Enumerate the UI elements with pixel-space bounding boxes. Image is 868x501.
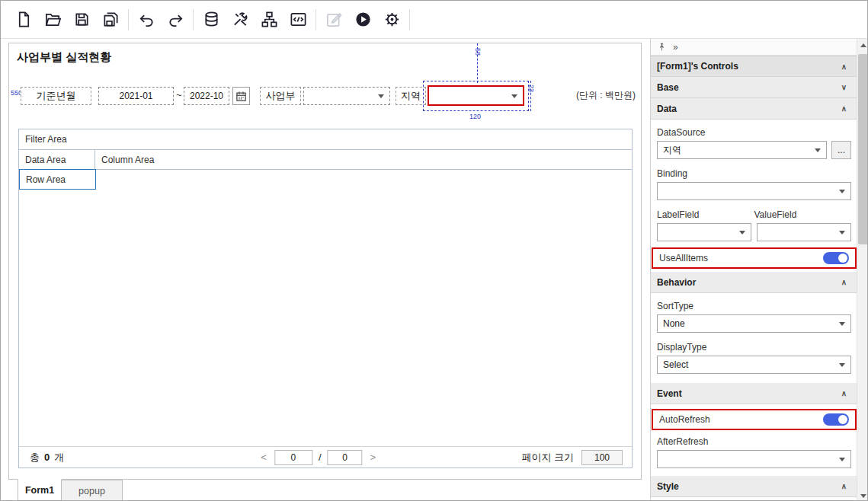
useallitems-label: UseAllItems	[659, 253, 708, 263]
displaytype-select[interactable]: Select	[657, 356, 851, 374]
page-size-group: 페이지 크기	[521, 450, 623, 465]
binding-select[interactable]	[657, 182, 851, 200]
code-button[interactable]	[283, 5, 312, 35]
scroll-up-icon	[860, 43, 866, 47]
chevron-down-icon	[839, 190, 845, 193]
form-title: 사업부별 실적현황	[17, 50, 111, 65]
section-style-label: Style	[657, 481, 679, 492]
section-behavior[interactable]: Behavior ∧	[651, 272, 857, 293]
filter-area-cell[interactable]: Filter Area	[19, 129, 632, 150]
labelfield-label: LabelField	[657, 209, 754, 220]
toolbar-separator	[409, 9, 410, 30]
pin-icon[interactable]	[657, 42, 667, 52]
displaytype-value: Select	[663, 359, 688, 370]
chevron-down-icon	[839, 458, 845, 461]
division-dropdown[interactable]	[303, 87, 390, 105]
section-behavior-label: Behavior	[657, 277, 696, 288]
scrollbar-thumb[interactable]	[858, 54, 868, 244]
app-window: 사업부별 실적현황 58 550 기준년월 ~ 사업부 지역 23 120 (단…	[0, 0, 868, 501]
chevron-up-icon: ∧	[841, 104, 847, 113]
data-area-cell[interactable]: Data Area	[19, 150, 95, 169]
calendar-button[interactable]	[232, 87, 250, 105]
period-label-control[interactable]: 기준년월	[21, 87, 91, 105]
section-event[interactable]: Event ∧	[651, 383, 857, 404]
total-count-group: 총 0 개	[30, 451, 64, 464]
sitemap-icon	[261, 11, 278, 28]
new-document-button[interactable]	[9, 5, 38, 35]
tools-icon	[232, 11, 249, 28]
undo-button[interactable]	[132, 5, 161, 35]
chevron-up-icon: ∧	[841, 482, 847, 490]
calendar-icon	[235, 91, 247, 102]
region-dropdown-selected[interactable]	[428, 85, 524, 106]
sitemap-button[interactable]	[255, 5, 283, 35]
date-from-input[interactable]	[98, 87, 174, 105]
chevron-down-icon	[839, 322, 845, 326]
region-label-control[interactable]: 지역	[396, 87, 426, 105]
controls-header-label: [Form1]'s Controls	[657, 61, 738, 72]
datasource-more-button[interactable]: ...	[831, 141, 851, 159]
displaytype-label: DisplayType	[657, 342, 851, 353]
collapse-panel-icon[interactable]: »	[673, 42, 678, 53]
redo-icon	[167, 11, 184, 28]
redo-button[interactable]	[161, 5, 190, 35]
section-event-label: Event	[657, 388, 682, 399]
panel-scrollbar[interactable]	[857, 39, 868, 501]
section-base[interactable]: Base ∨	[651, 77, 857, 98]
open-folder-button[interactable]	[38, 5, 67, 35]
datasource-select[interactable]: 지역	[657, 141, 827, 159]
date-range-separator: ~	[176, 89, 182, 101]
afterrefresh-select[interactable]	[657, 450, 851, 468]
page-navigation: < / >	[259, 450, 377, 465]
tools-button[interactable]	[226, 5, 255, 35]
sorttype-label: SortType	[657, 301, 851, 311]
run-button[interactable]	[348, 5, 377, 35]
measure-control-width: 120	[469, 113, 481, 120]
save-icon	[73, 11, 91, 28]
column-area-cell[interactable]: Column Area	[95, 150, 632, 169]
database-button[interactable]	[197, 5, 226, 35]
sorttype-select[interactable]: None	[657, 314, 851, 333]
next-page-icon[interactable]: >	[369, 452, 378, 463]
save-all-button[interactable]	[96, 5, 125, 35]
open-folder-icon	[44, 11, 62, 28]
event-section-body: AutoRefresh AfterRefresh	[651, 404, 857, 476]
current-page-input[interactable]	[274, 450, 312, 465]
form-canvas: 사업부별 실적현황 58 550 기준년월 ~ 사업부 지역 23 120 (단…	[8, 43, 642, 480]
pivot-body	[19, 190, 632, 446]
toolbar	[1, 1, 867, 39]
unit-note: (단위 : 백만원)	[576, 89, 636, 102]
chevron-up-icon: ∧	[841, 62, 847, 71]
run-icon	[354, 11, 372, 28]
settings-button[interactable]	[377, 5, 406, 35]
page-size-input[interactable]	[581, 450, 623, 465]
useallitems-toggle[interactable]	[823, 252, 849, 264]
toolbar-separator	[128, 9, 129, 30]
date-to-input[interactable]	[184, 87, 229, 105]
save-all-icon	[102, 11, 120, 28]
controls-header[interactable]: [Form1]'s Controls ∧	[651, 56, 857, 77]
tab-form1[interactable]: Form1	[18, 479, 62, 501]
section-base-label: Base	[657, 82, 679, 93]
save-button[interactable]	[67, 5, 96, 35]
section-data-label: Data	[657, 104, 677, 114]
edit-button[interactable]	[319, 5, 348, 35]
autorefresh-toggle[interactable]	[823, 413, 849, 426]
scroll-up-button[interactable]	[857, 39, 868, 51]
valuefield-select[interactable]	[757, 223, 851, 241]
total-pages-input[interactable]	[328, 450, 363, 465]
total-count: 0	[44, 452, 50, 463]
panel-minibar: »	[651, 39, 857, 56]
section-data[interactable]: Data ∧	[651, 98, 857, 120]
section-style[interactable]: Style ∧	[651, 476, 857, 497]
division-label-control[interactable]: 사업부	[260, 87, 301, 105]
chevron-down-icon	[511, 94, 517, 98]
row-area-cell[interactable]: Row Area	[19, 169, 96, 190]
scroll-down-button[interactable]	[857, 490, 868, 501]
chevron-down-icon	[839, 231, 845, 235]
properties-panel: » [Form1]'s Controls ∧ Base ∨ Data ∧ Dat…	[650, 39, 868, 501]
labelfield-select[interactable]	[657, 223, 751, 241]
prev-page-icon[interactable]: <	[259, 452, 268, 463]
tab-popup[interactable]: popup	[62, 480, 123, 501]
pivot-header-row: Data Area Column Area	[19, 150, 632, 170]
